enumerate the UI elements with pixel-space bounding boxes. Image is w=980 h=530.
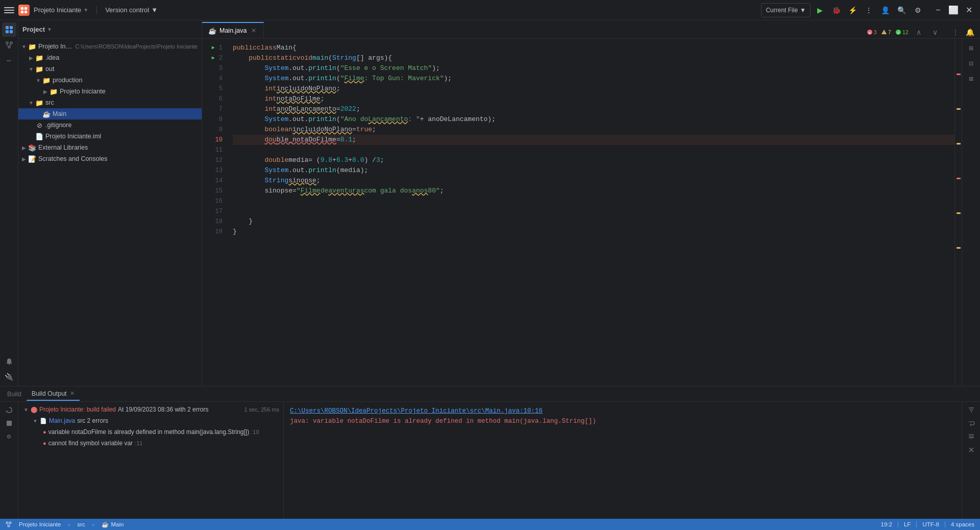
code-line-5: int incluidoNoPlano; [233,84,954,94]
status-lf-text: LF [904,521,911,527]
status-encoding[interactable]: UTF-8 [921,521,941,527]
close-button[interactable]: ✕ [962,3,976,17]
build-item-root[interactable]: ▼ ⬤ Projeto Iniciante: build failed At 1… [18,404,283,415]
search-everywhere-button[interactable]: 🔍 [894,3,909,17]
tree-item-main[interactable]: ▶ ☕ Main [18,108,202,119]
folder-icon-src: 📁 [35,99,44,107]
svg-rect-7 [10,30,13,33]
coverage-button[interactable]: ⚡ [845,3,860,17]
bottom-tab-build-output-label: Build Output [32,390,67,397]
svg-point-31 [8,525,10,527]
tab-more-button[interactable]: ⋮ [949,26,962,38]
project-name-label[interactable]: Projeto Iniciante ▼ [34,6,88,14]
build-error-1-icon: ● [43,429,46,435]
rt-bookmark-icon[interactable]: ⊡ [964,56,978,70]
debug-button[interactable]: 🐞 [829,3,843,17]
sidebar-icon-project[interactable] [2,22,16,37]
build-output-close-icon[interactable]: ✕ [70,390,75,397]
more-run-options[interactable]: ⋮ [862,3,876,17]
collapse-badge-button[interactable]: ∨ [929,26,941,38]
output-error-msg: java: variable notaDoFilme is already de… [290,418,596,425]
tree-item-gitignore[interactable]: ▶ ⊘ .gitignore [18,119,202,131]
tree-item-idea[interactable]: ▶ 📁 .idea [18,52,202,63]
tree-item-ext-libs[interactable]: ▶ 📚 External Libraries [18,142,202,153]
out-13: out [292,165,304,176]
run-gutter-1[interactable]: ▶ [210,43,217,53]
kw-int-6: int [264,94,276,104]
rt-vcs-icon[interactable]: ⊠ [964,71,978,86]
var-media-12: media [288,155,308,165]
svg-rect-4 [6,26,9,29]
status-src-item[interactable]: src [76,521,86,527]
current-file-button[interactable]: Current File ▼ [761,3,811,17]
tree-item-out[interactable]: ▼ 📁 out [18,63,202,75]
run-button[interactable]: ▶ [813,3,827,17]
var-nota-10: notaDoFilme [292,135,336,145]
maximize-button[interactable]: ⬜ [946,3,961,17]
version-control-label[interactable]: Version control ▼ [105,6,158,14]
line-num-11: 11 [215,145,223,155]
build-icon-settings[interactable]: ⚙ [3,430,15,443]
output-link[interactable]: C:\Users\ROBSON\IdeaProjects\Projeto Ini… [290,407,543,415]
status-indent[interactable]: 4 spaces [949,521,976,527]
tree-item-proj-out[interactable]: ▶ 📁 Projeto Iniciante [18,86,202,97]
build-icon-rerun[interactable] [3,404,15,416]
error-count-badge[interactable]: ✕ 3 [867,29,877,35]
sidebar-icon-more[interactable]: ⋯ [2,53,16,67]
tree-item-production[interactable]: ▼ 📁 production [18,75,202,86]
line-num-7: 7 [219,104,223,114]
system-4: System [264,74,288,84]
plus-12a: + [332,155,336,165]
build-side-wrap-icon[interactable] [965,417,977,429]
expand-badge-button[interactable]: ∧ [913,26,925,38]
tree-item-root[interactable]: ▼ 📁 Projeto Iniciante C:\Users\ROBSON\Id… [18,41,202,52]
bottom-tab-build-output[interactable]: Build Output ✕ [27,388,80,401]
bottom-tab-build[interactable]: Build [2,388,27,401]
tree-item-scratches[interactable]: ▶ 📝 Scratches and Consoles [18,153,202,164]
build-item-error-1[interactable]: ● variable notaDoFilme is already define… [18,426,283,438]
notifications-icon[interactable]: 🔔 [964,26,976,38]
build-item-error-2[interactable]: ● cannot find symbol variable var :11 [18,438,283,449]
line-num-18: 18 [215,216,223,227]
status-project-item[interactable]: Projeto Iniciante [17,521,62,527]
build-side-clear-icon[interactable] [965,444,977,456]
profile-button[interactable]: 👤 [878,3,892,17]
status-lf[interactable]: LF [902,521,912,527]
tree-path-root: C:\Users\ROBSON\IdeaProjects\Projeto Ini… [75,43,198,50]
ok-count-badge[interactable]: ✓ 12 [895,29,909,35]
run-gutter-2[interactable]: ▶ [210,53,217,63]
kw-int-5: int [264,84,276,94]
indent-3 [233,63,264,74]
build-output-panel: C:\Users\ROBSON\IdeaProjects\Projeto Ini… [284,402,962,519]
build-main-detail: src 2 errors [77,417,108,424]
build-side-filter-icon[interactable] [965,404,977,416]
str-4: " [340,74,345,84]
tree-item-iml[interactable]: ▶ 📄 Projeto Iniciante.iml [18,131,202,142]
status-position[interactable]: 19:2 [879,521,894,527]
sidebar-icon-git[interactable] [2,38,16,52]
warning-count-badge[interactable]: ! 7 [881,29,891,35]
tab-close-icon[interactable]: ✕ [250,26,257,35]
menu-icon[interactable] [4,5,14,15]
svg-point-29 [6,522,8,524]
bottom-tab-build-label: Build [7,391,21,398]
rt-structure-icon[interactable]: ⊞ [964,41,978,55]
status-main-item[interactable]: ☕ Main [100,521,126,528]
tree-chevron-scratches: ▶ [20,156,28,162]
settings-button[interactable]: ⚙ [911,3,925,17]
code-content[interactable]: public class Main{ public static void ma… [227,39,954,386]
println-4: println [308,74,336,84]
minimize-button[interactable]: − [931,3,945,17]
tab-main-java[interactable]: ☕ Main.java ✕ [202,22,264,38]
tree-item-src[interactable]: ▼ 📁 src [18,97,202,108]
status-git-icon[interactable] [4,521,13,527]
build-item-main[interactable]: ▼ 📄 Main.java src 2 errors [18,415,283,426]
build-side-scroll-end-icon[interactable] [965,430,977,443]
indent-8 [233,114,264,125]
paren-8: ( [336,114,340,125]
kw-true-9: true [356,125,372,135]
sidebar-icon-plugins[interactable]: 🔌 [2,370,16,384]
build-icon-stop[interactable] [3,417,15,429]
tree-label-main: Main [53,110,198,117]
sidebar-icon-notifications[interactable] [2,354,16,369]
